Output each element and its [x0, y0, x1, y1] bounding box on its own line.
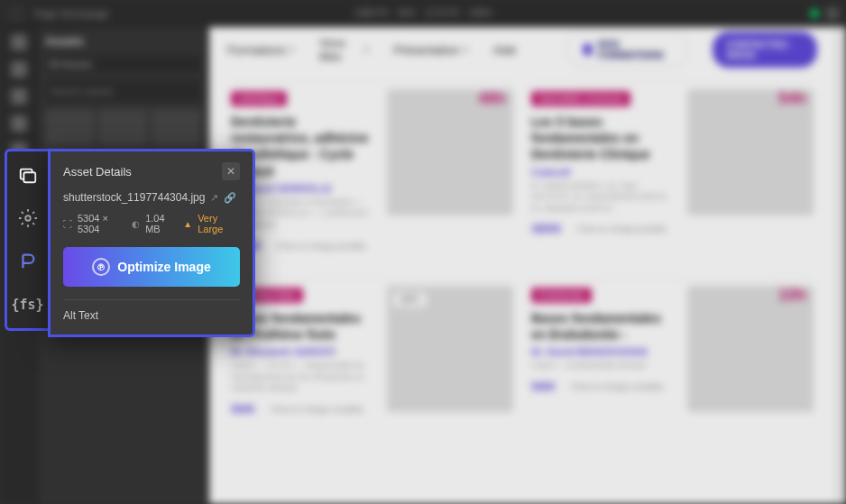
course-image [687, 286, 814, 412]
webflow-logo[interactable] [7, 5, 25, 23]
nav-item-vous-etes[interactable]: Vous êtes▾ [319, 36, 369, 63]
asset-details-popup: Asset Details ✕ shutterstock_1197744304.… [48, 149, 255, 337]
asset-size: 1.04 MB [145, 213, 178, 234]
duration-label: 54h [778, 89, 806, 108]
asset-thumb[interactable] [152, 109, 201, 145]
svg-rect-1 [23, 172, 35, 182]
nav-item-aide[interactable]: Aide [493, 43, 517, 57]
alt-text-section-label: Alt Text [63, 299, 240, 322]
page-name[interactable]: Homepage [60, 8, 109, 19]
asset-thumb[interactable] [45, 109, 95, 145]
course-image [387, 89, 513, 215]
pixel-icon[interactable] [15, 249, 41, 274]
optimize-image-button[interactable]: ℗ Optimize Image [63, 247, 240, 287]
course-tag: Prise en charge complète [271, 405, 363, 414]
finsweet-icon[interactable]: {fs} [15, 292, 41, 317]
course-card[interactable]: Spécialités connexes 54h Les 5 bases fon… [531, 81, 814, 260]
course-card[interactable]: esthétique 48h Dentisterie restauratrice… [231, 81, 513, 260]
image-manager-icon[interactable] [15, 162, 41, 188]
course-price: 560€ [531, 380, 556, 393]
category-badge: Spécialités connexes [531, 91, 630, 106]
duration-label: 48h [478, 89, 506, 108]
popup-side-rail: {fs} [5, 149, 48, 331]
course-card[interactable]: Endodontie 10h Bases fondamentales en En… [531, 278, 814, 423]
close-button[interactable]: ✕ [222, 162, 240, 180]
optimize-icon: ℗ [92, 258, 110, 276]
course-author: Dr. Elisabeth SARFATI [231, 346, 376, 357]
top-bar: Page Homepage 1588 PX 65% 1175 PX 100% [0, 0, 846, 27]
dimensions-icon: ⛶ [63, 219, 72, 229]
asset-filename: shutterstock_1197744304.jpg [63, 191, 205, 204]
warning-icon: ▲ [183, 219, 192, 229]
course-card[interactable]: Prothèse fixée 10h Bases fondamentales e… [231, 278, 513, 423]
nav-item-presentation[interactable]: Présentation▾ [394, 43, 468, 57]
nav-item-formations[interactable]: Formations▾ [227, 43, 294, 57]
external-link-icon[interactable]: ↗ [210, 192, 218, 204]
settings-icon[interactable] [826, 7, 839, 20]
viewport-controls[interactable]: 1588 PX 65% 1175 PX 100% [354, 8, 492, 18]
right-scrollbar[interactable] [835, 27, 846, 504]
design-canvas[interactable]: Formations▾ Vous êtes▾ Présentation▾ Aid… [209, 27, 835, 504]
rail-icon-pages[interactable] [11, 61, 27, 78]
rail-icon-assets[interactable] [11, 115, 27, 132]
asset-dimensions: 5304 × 5304 [78, 213, 126, 234]
optimize-button-label: Optimize Image [117, 260, 210, 274]
course-meta: Auteur — Endodontiste Exclusif [531, 360, 676, 371]
assets-filter-dropdown[interactable]: All Assets [45, 55, 201, 73]
course-price: 3800€ [531, 223, 561, 235]
course-meta: Pr. Patrick MISSIKA, Dr. Paul MATTOUT, D… [531, 180, 676, 215]
duration-label: 10h [778, 286, 806, 305]
site-nav: Formations▾ Vous êtes▾ Présentation▾ Aid… [209, 27, 835, 72]
course-meta: Auteur — PU-PH — Responsable de l'enseig… [231, 360, 376, 394]
size-icon: ◐ [132, 219, 140, 229]
course-title: Bases fondamentales en Endodontie - [531, 310, 676, 343]
rail-icon-add[interactable] [11, 34, 27, 50]
course-price: 560€ [231, 403, 255, 416]
course-author: Collectif [531, 167, 676, 178]
course-image: DPC [387, 286, 513, 412]
course-tag: Prise en charge possible [577, 225, 667, 234]
assets-search-input[interactable]: Search assets [45, 80, 201, 102]
course-author: Dr. David BENSOUSSAN [531, 346, 676, 357]
page-label: Page [34, 8, 58, 19]
size-warning: Very Large [198, 213, 240, 234]
dpc-badge: DPC [392, 291, 428, 308]
rail-icon-components[interactable] [11, 88, 27, 105]
status-dot [810, 9, 819, 18]
assets-panel-title: Assets [45, 34, 201, 48]
settings-gear-icon[interactable] [15, 206, 41, 231]
course-tag: Prise en charge possible [277, 242, 366, 251]
contactez-nous-button[interactable]: CONTACTEZ-NOUS [713, 32, 817, 68]
popup-title: Asset Details [63, 165, 132, 179]
nos-formations-button[interactable]: NOS FORMATIONS [567, 31, 687, 69]
asset-thumb[interactable] [98, 109, 148, 145]
category-badge: Endodontie [531, 288, 592, 303]
course-title: Les 5 bases fondamentales en Dentisterie… [531, 114, 676, 163]
svg-point-2 [25, 215, 31, 221]
course-image [687, 89, 814, 215]
course-tag: Prise en charge complète [572, 382, 664, 391]
category-badge: esthétique [231, 91, 287, 106]
link-icon[interactable]: 🔗 [224, 192, 236, 204]
